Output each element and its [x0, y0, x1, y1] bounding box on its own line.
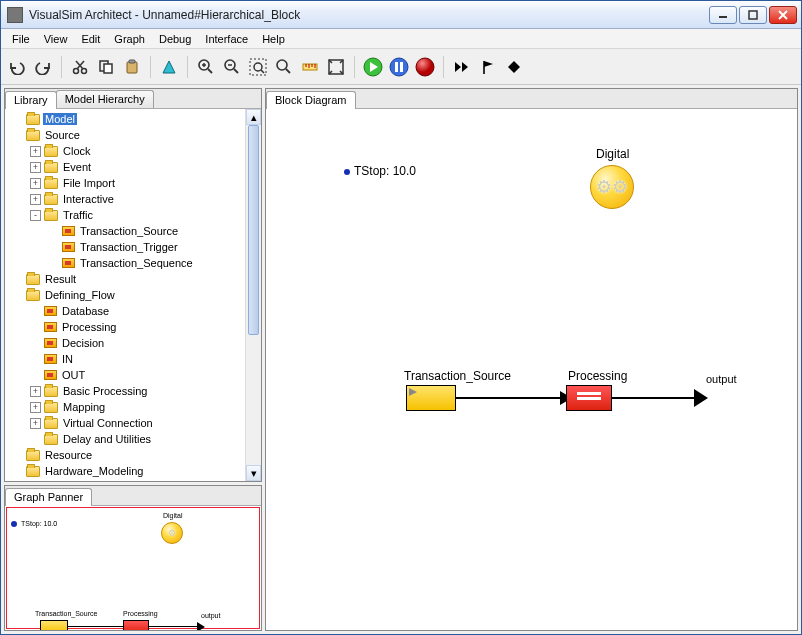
- tab-graph-panner[interactable]: Graph Panner: [5, 488, 92, 506]
- menu-file[interactable]: File: [5, 31, 37, 47]
- folder-icon: [44, 194, 58, 205]
- tree-node[interactable]: Delay and Utilities: [5, 431, 261, 447]
- src-label: Transaction_Source: [404, 369, 511, 383]
- tree-node[interactable]: -Traffic: [5, 207, 261, 223]
- redo-button[interactable]: [31, 55, 55, 79]
- tree-node[interactable]: Transaction_Source: [5, 223, 261, 239]
- zoom-in-button[interactable]: [194, 55, 218, 79]
- tab-model-hierarchy[interactable]: Model Hierarchy: [56, 90, 154, 108]
- tree-node[interactable]: +Mapping: [5, 399, 261, 415]
- tree-label: Transaction_Source: [78, 225, 180, 237]
- cut-button[interactable]: [68, 55, 92, 79]
- stop-button[interactable]: [413, 55, 437, 79]
- expander-spacer: [30, 322, 41, 333]
- tree-label: Transaction_Sequence: [78, 257, 195, 269]
- tree-node[interactable]: Result: [5, 271, 261, 287]
- block-icon: [44, 322, 57, 332]
- svg-point-33: [390, 58, 408, 76]
- tab-block-diagram[interactable]: Block Diagram: [266, 91, 356, 109]
- folder-icon: [26, 114, 40, 125]
- tree-node[interactable]: Resource: [5, 447, 261, 463]
- paste-button[interactable]: [120, 55, 144, 79]
- tree-node[interactable]: +File Import: [5, 175, 261, 191]
- menu-interface[interactable]: Interface: [198, 31, 255, 47]
- scroll-thumb[interactable]: [248, 125, 259, 335]
- maximize-button[interactable]: [739, 6, 767, 24]
- triangle-icon[interactable]: [157, 55, 181, 79]
- scroll-down-button[interactable]: ▾: [246, 465, 261, 481]
- tab-library[interactable]: Library: [5, 91, 57, 109]
- tree-node[interactable]: +Interactive: [5, 191, 261, 207]
- menu-view[interactable]: View: [37, 31, 75, 47]
- menu-help[interactable]: Help: [255, 31, 292, 47]
- tree-node[interactable]: Source: [5, 127, 261, 143]
- svg-marker-38: [462, 62, 468, 72]
- minimize-button[interactable]: [709, 6, 737, 24]
- tree-node[interactable]: Processing: [5, 319, 261, 335]
- output-port-icon[interactable]: [694, 389, 708, 407]
- port-icon: [409, 388, 419, 398]
- play-button[interactable]: [361, 55, 385, 79]
- panner-digital-icon: ⚙: [161, 522, 183, 544]
- copy-button[interactable]: [94, 55, 118, 79]
- transaction-source-node[interactable]: [406, 385, 456, 411]
- undo-button[interactable]: [5, 55, 29, 79]
- digital-director-icon[interactable]: ⚙⚙: [590, 165, 634, 209]
- tree-node[interactable]: Database: [5, 303, 261, 319]
- wire-src-proc[interactable]: [456, 397, 566, 399]
- tree-scrollbar[interactable]: ▴ ▾: [245, 109, 261, 481]
- tree-node[interactable]: Model: [5, 111, 261, 127]
- step-fwd-button[interactable]: [450, 55, 474, 79]
- panner-canvas[interactable]: TStop: 10.0 Digital ⚙ Transaction_Source…: [5, 506, 261, 630]
- zoom-region-button[interactable]: [246, 55, 270, 79]
- svg-line-22: [261, 70, 264, 73]
- gear-icon: ⚙⚙: [596, 176, 628, 198]
- expand-icon[interactable]: +: [30, 194, 41, 205]
- svg-line-6: [77, 61, 84, 69]
- tree-node[interactable]: IN: [5, 351, 261, 367]
- block-diagram-canvas[interactable]: TStop: 10.0 Digital ⚙⚙ Transaction_Sourc…: [266, 109, 797, 630]
- svg-line-7: [76, 61, 83, 69]
- close-button[interactable]: [769, 6, 797, 24]
- zoom-out-button[interactable]: [220, 55, 244, 79]
- expand-icon[interactable]: +: [30, 402, 41, 413]
- processing-node[interactable]: [566, 385, 612, 411]
- tree-node[interactable]: Defining_Flow: [5, 287, 261, 303]
- tree-label: Transaction_Trigger: [78, 241, 180, 253]
- wire-proc-out[interactable]: [612, 397, 698, 399]
- tree-node[interactable]: Transaction_Trigger: [5, 239, 261, 255]
- diamond-icon[interactable]: [502, 55, 526, 79]
- tree-node[interactable]: Decision: [5, 335, 261, 351]
- tree-label: Delay and Utilities: [61, 433, 153, 445]
- expand-icon[interactable]: +: [30, 146, 41, 157]
- tree-node[interactable]: Hardware_Modeling: [5, 463, 261, 479]
- menu-edit[interactable]: Edit: [74, 31, 107, 47]
- tree-label: Source: [43, 129, 82, 141]
- fit-button[interactable]: [324, 55, 348, 79]
- zoom-reset-button[interactable]: [272, 55, 296, 79]
- menu-graph[interactable]: Graph: [107, 31, 152, 47]
- collapse-icon[interactable]: -: [30, 210, 41, 221]
- panner-wire-1: [68, 626, 123, 627]
- scroll-up-button[interactable]: ▴: [246, 109, 261, 125]
- expander-spacer: [30, 306, 41, 317]
- flag-icon[interactable]: [476, 55, 500, 79]
- expand-icon[interactable]: +: [30, 178, 41, 189]
- tree-node[interactable]: Transaction_Sequence: [5, 255, 261, 271]
- expand-icon[interactable]: +: [30, 162, 41, 173]
- ruler-button[interactable]: [298, 55, 322, 79]
- tree-node[interactable]: +Clock: [5, 143, 261, 159]
- expander-spacer: [30, 434, 41, 445]
- panner-src-label: Transaction_Source: [35, 610, 97, 617]
- expander-spacer: [48, 242, 59, 253]
- menu-debug[interactable]: Debug: [152, 31, 198, 47]
- expand-icon[interactable]: +: [30, 418, 41, 429]
- library-tree[interactable]: ModelSource+Clock+Event+File Import+Inte…: [5, 109, 261, 481]
- svg-point-21: [254, 63, 262, 71]
- tree-node[interactable]: +Virtual Connection: [5, 415, 261, 431]
- tree-node[interactable]: +Basic Processing: [5, 383, 261, 399]
- expand-icon[interactable]: +: [30, 386, 41, 397]
- tree-node[interactable]: OUT: [5, 367, 261, 383]
- pause-button[interactable]: [387, 55, 411, 79]
- tree-node[interactable]: +Event: [5, 159, 261, 175]
